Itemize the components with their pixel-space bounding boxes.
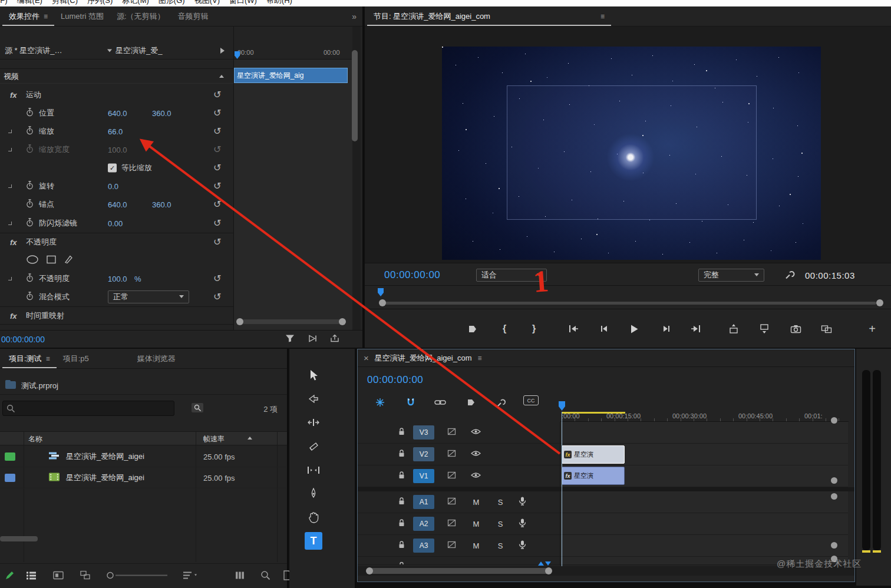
effect-timeline-clip-bar[interactable]: 星空演讲_爱给网_aig [234,68,348,83]
reset-uniform-scale-icon[interactable]: ↺ [213,163,221,173]
sync-lock-icon[interactable] [447,471,456,481]
antiflicker-stopwatch-icon[interactable] [26,218,34,229]
anchor-x-value[interactable]: 640.0 [108,200,127,209]
track-visibility-eye-icon[interactable] [471,428,481,437]
snap-magnet-icon[interactable] [404,395,418,409]
av-divider[interactable] [358,487,854,491]
video-section-header[interactable]: 视频 [0,68,233,84]
reset-anchor-icon[interactable]: ↺ [213,200,221,209]
menu-view[interactable]: 视图(V) [194,0,220,6]
work-area-handle-icon[interactable] [538,561,544,566]
track-name-v1[interactable]: V1 [413,469,434,483]
track-name-a1[interactable]: A1 [413,495,434,509]
search-bin-icon[interactable] [191,402,204,415]
voiceover-mic-icon[interactable] [519,497,526,508]
effect-timeline-ruler[interactable]: 00:00 00:00 [234,27,354,60]
list-view-icon[interactable] [26,570,37,582]
solo-button[interactable]: S [495,520,506,528]
pen-tool[interactable] [305,485,322,503]
show-timeline-view-button[interactable] [220,48,225,54]
reset-rotation-icon[interactable]: ↺ [213,181,221,191]
go-to-out-button[interactable] [689,322,702,335]
sync-lock-icon[interactable] [447,541,456,550]
timeline-clip-selected[interactable]: fx 星空演 [562,445,625,464]
extract-button[interactable] [758,322,771,335]
opacity-value[interactable]: 100.0 [108,274,127,283]
selection-tool[interactable] [305,366,322,384]
lock-icon[interactable] [398,561,405,565]
project-item-row[interactable]: 星空演讲_爱给网_aigei 25.00 fps [0,467,287,488]
add-marker-icon[interactable] [464,395,478,409]
program-video-frame[interactable] [442,47,821,260]
panel-menu-icon[interactable]: ≡ [46,355,50,363]
close-sequence-icon[interactable]: × [364,353,369,363]
button-editor-plus[interactable]: + [866,322,879,335]
anchor-stopwatch-icon[interactable] [26,199,34,210]
freeform-view-icon[interactable] [80,570,91,582]
icon-view-icon[interactable] [53,570,64,582]
fx-toggle-icon[interactable]: fx [10,238,17,247]
track-lane-a1[interactable] [560,491,848,513]
reset-opacity-icon[interactable]: ↺ [213,237,221,247]
track-visibility-eye-icon[interactable] [471,450,481,458]
lock-icon[interactable] [398,450,405,460]
captions-icon[interactable]: CC [523,395,539,405]
sort-caret-icon[interactable] [248,437,252,440]
solo-button[interactable]: S [495,498,506,507]
mute-button[interactable]: M [471,498,481,507]
sync-lock-icon[interactable] [447,519,456,528]
track-name-a3[interactable]: A3 [413,539,434,553]
linked-selection-icon[interactable] [433,395,447,409]
timeline-playhead-line[interactable] [562,412,562,566]
search-input[interactable] [18,401,171,415]
breadcrumb[interactable]: 测试.prproj [21,381,58,391]
scroll-knob[interactable] [831,477,837,484]
menu-clip[interactable]: 剪辑(C) [52,0,78,6]
nest-sequence-icon[interactable] [373,395,387,409]
play-button[interactable] [628,322,641,335]
tab-overflow-icon[interactable]: » [352,12,357,21]
ellipse-mask-icon[interactable] [26,255,39,266]
work-area-handle-icon[interactable] [545,561,551,566]
reset-blend-icon[interactable]: ↺ [213,292,221,302]
export-icon[interactable] [330,334,339,344]
collapse-section-icon[interactable] [219,75,224,78]
step-back-button[interactable] [598,322,610,335]
timeline-clip[interactable]: fx 星空演 [562,467,625,485]
program-playhead[interactable] [378,288,384,296]
sync-lock-icon[interactable] [447,428,456,437]
reset-motion-icon[interactable]: ↺ [213,90,221,100]
blend-stopwatch-icon[interactable] [26,292,34,302]
menu-graphics[interactable]: 图形(G) [159,0,185,6]
item-name[interactable]: 星空演讲_爱给网_aigei [66,451,144,462]
track-lane-a3[interactable] [560,535,848,557]
fx-toggle-icon[interactable]: fx [10,90,17,99]
seek-track[interactable] [381,302,876,305]
scale-stopwatch-icon[interactable] [26,126,34,137]
tab-program-monitor[interactable]: 节目: 星空演讲_爱给网_aigei_com ≡ [367,7,611,26]
panel-menu-icon[interactable]: ≡ [44,12,48,21]
track-name-a2[interactable]: A2 [413,517,434,531]
tab-sequence[interactable]: 星空演讲_爱给网_aigei_com [375,353,472,364]
program-timecode[interactable]: 00:00:00:00 [384,269,440,281]
rect-mask-icon[interactable] [46,255,57,266]
slip-tool[interactable] [305,461,322,479]
timeline-timecode[interactable]: 00:00:00:00 [367,374,423,386]
seek-knob-left[interactable] [379,299,386,306]
ripple-edit-tool[interactable] [305,414,322,431]
menu-file[interactable]: 文件(F) [0,0,8,6]
track-select-tool[interactable] [305,390,322,408]
hand-tool[interactable] [305,508,322,526]
settings-wrench-icon[interactable] [784,269,795,281]
effect-timeline-hscroll[interactable] [236,318,346,325]
sync-lock-icon[interactable] [447,497,456,507]
voiceover-mic-icon[interactable] [519,518,526,530]
playback-resolution-select[interactable]: 完整 [698,269,764,282]
writable-pencil-icon[interactable] [5,570,15,582]
razor-tool[interactable] [305,438,322,455]
panel-menu-icon[interactable]: ≡ [600,12,605,21]
project-item-row[interactable]: 星空演讲_爱给网_aigei 25.00 fps [0,446,287,467]
zoom-handle-left[interactable] [366,567,373,574]
menu-help[interactable]: 帮助(H) [266,0,292,6]
tab-project-p5[interactable]: 项目:p5 [57,349,95,368]
